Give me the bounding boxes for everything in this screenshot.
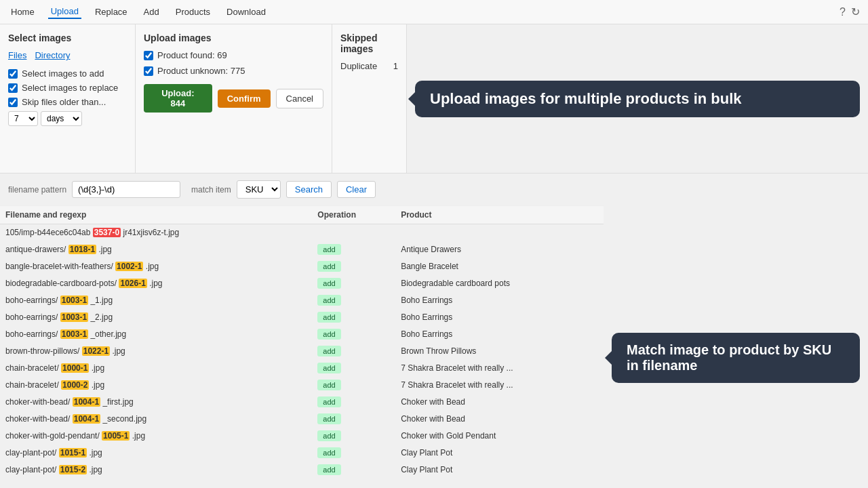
filename-suffix: .jpg <box>87 448 102 458</box>
main-content: filename pattern match item SKU Search C… <box>0 174 604 488</box>
cell-product: Boho Earrings <box>395 309 604 326</box>
filename-suffix: .jpg <box>147 279 163 288</box>
confirm-button[interactable]: Confirm <box>218 89 271 108</box>
select-images-title: Select images <box>8 33 127 43</box>
nav-home[interactable]: Home <box>8 5 37 18</box>
filename-text: chain-bracelet/ <box>5 363 61 373</box>
match-banner: Match image to product by SKU in filenam… <box>612 333 860 383</box>
help-icon[interactable]: ? <box>840 5 846 18</box>
cell-product: Brown Throw Pillows <box>395 343 604 360</box>
file-table-container: Filename and regexp Operation Product 10… <box>0 206 604 488</box>
sku-highlight: 1003-1 <box>60 329 88 339</box>
cell-filename: 105/imp-b44ece6c04ab 3537-0 jr41xjisv6z-… <box>0 224 312 241</box>
nav-icons: ? ↻ <box>840 5 860 18</box>
cell-filename: boho-earrings/ 1003-1 _other.jpg <box>0 326 312 343</box>
tab-directory[interactable]: Directory <box>35 50 70 60</box>
cell-filename: bangle-bracelet-with-feathers/ 1002-1 .j… <box>0 258 312 275</box>
pattern-input[interactable] <box>72 181 180 198</box>
cell-product: Boho Earrings <box>395 326 604 343</box>
cell-operation: add <box>312 275 395 292</box>
nav-products[interactable]: Products <box>173 5 213 18</box>
cell-product <box>395 224 604 241</box>
operation-badge: add <box>317 430 340 441</box>
days-unit-select[interactable]: days hours <box>41 111 82 126</box>
sku-highlight: 1022-1 <box>82 346 110 356</box>
nav-replace[interactable]: Replace <box>92 5 130 18</box>
filename-suffix: _1.jpg <box>88 296 113 305</box>
cell-filename: choker-with-bead/ 1004-1 _second.jpg <box>0 411 312 428</box>
cell-filename: boho-earrings/ 1003-1 _1.jpg <box>0 292 312 309</box>
table-row: clay-plant-pot/ 1015-2 .jpgaddClay Plant… <box>0 462 604 479</box>
days-control: 7 14 30 days hours <box>8 111 127 126</box>
cell-operation: add <box>312 360 395 377</box>
product-unknown-checkbox[interactable] <box>144 66 153 76</box>
skipped-duplicate-row: Duplicate 1 <box>340 61 398 71</box>
sku-highlight: 1015-1 <box>59 448 87 458</box>
table-row: chain-bracelet/ 1000-1 .jpgadd7 Shakra B… <box>0 360 604 377</box>
banner1-arrow <box>408 92 415 106</box>
checkbox-skip-row[interactable]: Skip files older than... <box>8 97 127 107</box>
tab-files[interactable]: Files <box>8 50 26 60</box>
filename-text: boho-earrings/ <box>5 329 60 339</box>
cancel-button[interactable]: Cancel <box>276 89 323 108</box>
cell-product: Choker with Bead <box>395 394 604 411</box>
cell-filename: clay-plant-pot/ 1015-1 .jpg <box>0 445 312 462</box>
checkbox-add[interactable] <box>8 69 18 79</box>
product-unknown-row[interactable]: Product unknown: 775 <box>144 66 323 76</box>
cell-filename: chain-bracelet/ 1000-1 .jpg <box>0 360 312 377</box>
checkbox-add-row[interactable]: Select images to add <box>8 68 127 79</box>
skipped-images-panel: Skipped images Duplicate 1 <box>332 24 407 173</box>
cell-filename: choker-with-gold-pendant/ 1005-1 .jpg <box>0 428 312 445</box>
upload-button[interactable]: Upload: 844 <box>144 84 212 113</box>
cell-operation: add <box>312 411 395 428</box>
refresh-icon[interactable]: ↻ <box>851 5 860 18</box>
operation-badge: add <box>317 447 340 458</box>
operation-badge: add <box>317 261 340 272</box>
filename-suffix: jr41xjisv6z-t.jpg <box>121 228 179 237</box>
checkbox-replace[interactable] <box>8 83 18 93</box>
checkbox-replace-row[interactable]: Select images to replace <box>8 83 127 93</box>
cell-operation: add <box>312 326 395 343</box>
cell-operation: add <box>312 462 395 479</box>
checkbox-add-label: Select images to add <box>22 68 104 79</box>
operation-badge: add <box>317 312 340 323</box>
upload-banner: Upload images for multiple products in b… <box>415 81 860 117</box>
nav-add[interactable]: Add <box>141 5 162 18</box>
nav-upload[interactable]: Upload <box>48 5 81 19</box>
filename-text: boho-earrings/ <box>5 312 60 322</box>
match-banner-text: Match image to product by SKU in filenam… <box>627 342 831 373</box>
cell-product: 7 Shakra Bracelet with really ... <box>395 360 604 377</box>
filename-text: choker-with-bead/ <box>5 414 73 424</box>
clear-button[interactable]: Clear <box>337 181 376 198</box>
filename-suffix: .jpg <box>130 431 145 441</box>
product-found-row[interactable]: Product found: 69 <box>144 50 323 60</box>
sku-highlight: 1003-1 <box>60 296 88 305</box>
checkbox-skip[interactable] <box>8 98 18 107</box>
table-row: boho-earrings/ 1003-1 _other.jpgaddBoho … <box>0 326 604 343</box>
upload-buttons-group: Upload: 844 Confirm Cancel <box>144 84 323 113</box>
search-button[interactable]: Search <box>286 181 332 198</box>
filename-text: brown-throw-pillows/ <box>5 346 82 356</box>
cell-filename: antique-drawers/ 1018-1 .jpg <box>0 241 312 258</box>
cell-operation: add <box>312 292 395 309</box>
banner2-arrow <box>605 351 612 365</box>
table-row: chain-bracelet/ 1000-2 .jpgadd7 Shakra B… <box>0 377 604 394</box>
product-found-checkbox[interactable] <box>144 51 153 60</box>
filename-suffix: .jpg <box>89 380 104 390</box>
skipped-duplicate-count: 1 <box>393 61 398 71</box>
filename-text: clay-plant-pot/ <box>5 448 59 458</box>
nav-download[interactable]: Download <box>224 5 269 18</box>
days-value-select[interactable]: 7 14 30 <box>8 111 38 126</box>
match-select[interactable]: SKU <box>237 180 281 199</box>
cell-operation: add <box>312 428 395 445</box>
filename-text: choker-with-gold-pendant/ <box>5 431 102 441</box>
product-found-label: Product found: 69 <box>157 50 227 60</box>
checkbox-skip-label: Skip files older than... <box>22 97 106 107</box>
sku-highlight: 1002-1 <box>115 262 143 271</box>
cell-operation: add <box>312 377 395 394</box>
filename-text: bangle-bracelet-with-feathers/ <box>5 262 115 271</box>
search-bar: filename pattern match item SKU Search C… <box>0 174 604 206</box>
operation-badge: add <box>317 413 340 424</box>
checkbox-replace-label: Select images to replace <box>22 83 118 93</box>
table-row: boho-earrings/ 1003-1 _2.jpgaddBoho Earr… <box>0 309 604 326</box>
